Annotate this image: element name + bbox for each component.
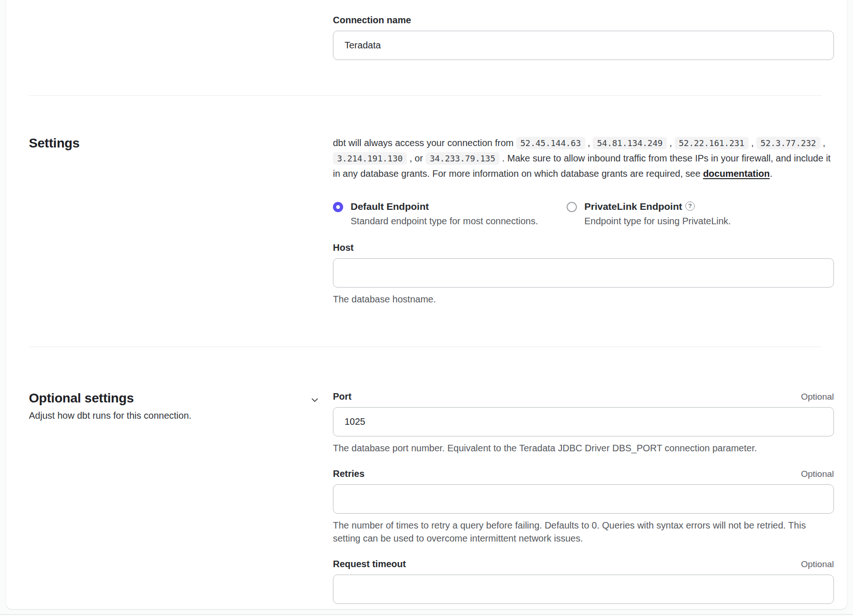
port-helper-text: The database port number. Equivalent to … [333, 442, 834, 455]
window-bottom-edge [0, 614, 853, 615]
optional-settings-subtitle: Adjust how dbt runs for this connection. [29, 409, 191, 422]
intro-text: . [770, 168, 772, 179]
ip-address-chip: 34.233.79.135 [426, 152, 500, 165]
retries-helper-text: The number of times to retry a query bef… [333, 519, 834, 545]
intro-text: dbt will always access your connection f… [333, 138, 516, 148]
retries-label: Retries [333, 468, 365, 480]
host-helper-text: The database hostname. [333, 293, 834, 306]
collapse-section-button[interactable] [309, 394, 321, 408]
optional-badge: Optional [801, 559, 834, 569]
connection-name-section: Connection name [333, 0, 834, 60]
radio-label: PrivateLink Endpoint [584, 201, 682, 212]
intro-text: , [667, 138, 675, 148]
radio-option-privatelink-endpoint[interactable]: PrivateLink Endpoint? Endpoint type for … [567, 201, 800, 228]
ip-address-chip: 54.81.134.249 [593, 137, 667, 149]
settings-intro: dbt will always access your connection f… [333, 135, 834, 181]
intro-text: , [749, 138, 757, 148]
optional-badge: Optional [801, 392, 834, 402]
intro-text: , or [407, 153, 426, 163]
documentation-link[interactable]: documentation [703, 168, 770, 179]
radio-option-default-endpoint[interactable]: Default Endpoint Standard endpoint type … [333, 201, 567, 228]
host-label: Host [333, 241, 834, 254]
retries-input[interactable] [333, 484, 834, 514]
radio-selected-icon[interactable] [333, 202, 343, 212]
port-label: Port [333, 390, 352, 402]
chevron-down-icon [311, 396, 319, 404]
optional-settings-title: Optional settings [29, 390, 191, 406]
help-icon[interactable]: ? [685, 201, 695, 211]
ip-address-chip: 52.3.77.232 [756, 137, 820, 149]
request-timeout-field-group: Request timeout Optional The timeout for… [333, 558, 834, 609]
intro-text: , [585, 138, 593, 148]
settings-section: Settings dbt will always access your con… [29, 96, 822, 306]
settings-title: Settings [29, 135, 80, 151]
retries-field-group: Retries Optional The number of times to … [333, 468, 834, 545]
request-timeout-label: Request timeout [333, 558, 406, 570]
endpoint-radio-group: Default Endpoint Standard endpoint type … [333, 201, 834, 228]
request-timeout-input[interactable] [333, 575, 834, 604]
intro-text: , [820, 138, 826, 148]
radio-description: Standard endpoint type for most connecti… [351, 214, 538, 228]
radio-unselected-icon[interactable] [567, 202, 577, 212]
ip-address-chip: 3.214.191.130 [333, 152, 407, 165]
host-input[interactable] [333, 258, 834, 288]
connection-name-label: Connection name [333, 14, 834, 26]
radio-description: Endpoint type for using PrivateLink. [584, 214, 731, 228]
optional-badge: Optional [801, 469, 834, 479]
optional-settings-section: Optional settings Adjust how dbt runs fo… [29, 347, 822, 609]
host-field-group: Host The database hostname. [333, 241, 834, 306]
request-timeout-helper-text: The timeout for executing each SQL reque… [333, 609, 834, 609]
port-field-group: Port Optional The database port number. … [333, 390, 834, 455]
settings-card: Connection name Settings dbt will always… [6, 0, 847, 609]
connection-name-input[interactable] [333, 31, 834, 60]
ip-address-chip: 52.22.161.231 [675, 137, 749, 149]
ip-address-chip: 52.45.144.63 [516, 137, 585, 149]
radio-label: Default Endpoint [351, 201, 429, 212]
port-input[interactable] [333, 407, 834, 436]
